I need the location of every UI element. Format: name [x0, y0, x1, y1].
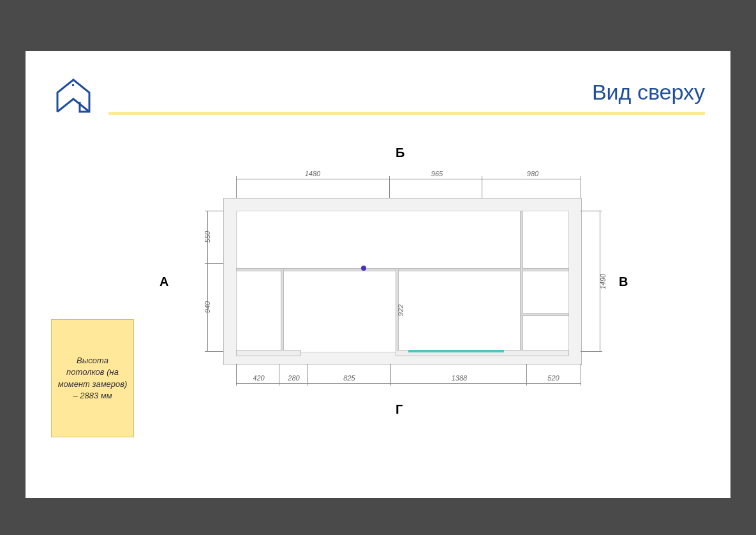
partition-vertical-1: [281, 268, 284, 352]
wall-label-a: А: [159, 275, 168, 289]
dim-bottom-line: [236, 383, 581, 384]
svg-rect-0: [72, 84, 74, 86]
wall-label-v: В: [619, 275, 628, 289]
title-underline: [108, 112, 705, 115]
dim-bottom-4: 1388: [447, 374, 472, 382]
floor-plan-drawing: А Б В Г 1480 965 980: [172, 147, 632, 415]
dim-left-1: 550: [204, 227, 211, 246]
dim-bottom-1: 420: [248, 374, 270, 382]
document-page: Вид сверху Высота потолков (на момент за…: [26, 51, 730, 498]
note-text: Высота потолков (на момент замеров) – 28…: [57, 355, 128, 402]
dim-bottom-2: 280: [283, 374, 305, 382]
dim-bottom-5: 520: [542, 374, 565, 382]
wall-segment-bottom-1: [236, 350, 301, 356]
dim-left-2: 940: [204, 298, 211, 317]
partition-vertical-3: [520, 211, 523, 352]
dim-right-1: 1490: [599, 269, 607, 294]
page-title: Вид сверху: [592, 80, 705, 105]
dim-bottom-3: 825: [338, 374, 360, 382]
dim-inner-922: 922: [397, 301, 404, 320]
feature-threshold: [408, 350, 504, 352]
dim-top-3: 980: [520, 170, 545, 177]
partition-horizontal: [236, 268, 569, 271]
logo-icon: [51, 73, 96, 118]
dim-top-1: 1480: [297, 170, 329, 177]
reference-dot: [361, 266, 366, 271]
inner-room: [236, 211, 569, 352]
ceiling-height-note: Высота потолков (на момент замеров) – 28…: [51, 319, 134, 437]
wall-label-g: Г: [396, 402, 403, 417]
dim-top-2: 965: [424, 170, 450, 177]
page-header: Вид сверху: [51, 73, 705, 118]
wall-label-b: Б: [396, 146, 404, 160]
partition-horizontal-2: [520, 313, 569, 316]
dim-top-line: [236, 179, 581, 179]
